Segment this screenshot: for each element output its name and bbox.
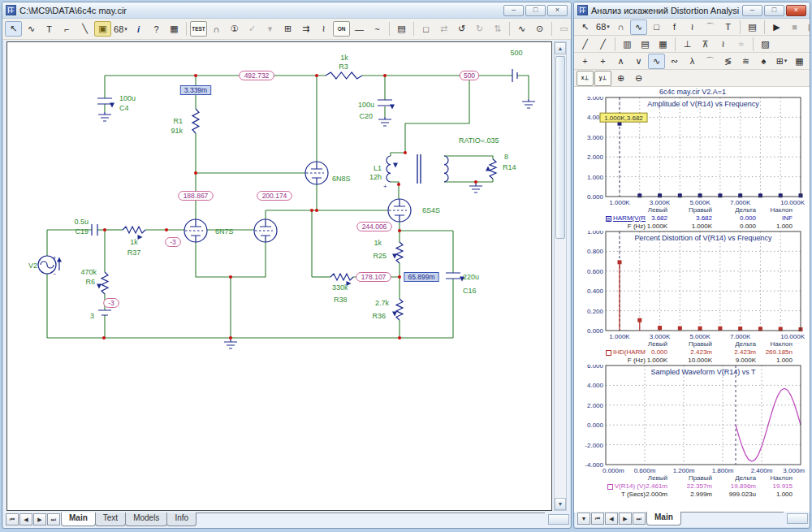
minimize-button[interactable]: – bbox=[503, 5, 524, 16]
analysis-titlebar[interactable]: Анализ искажений Distortion Analysis – □… bbox=[574, 2, 810, 19]
tool-cursor-all[interactable]: ≋ bbox=[737, 54, 754, 69]
tab-nav-last[interactable]: ⏭ bbox=[47, 513, 60, 526]
tool-currents[interactable]: ⇉ bbox=[297, 21, 314, 37]
tool-conditions[interactable]: ON bbox=[333, 21, 350, 37]
tool-pause-button[interactable]: ▮▮ bbox=[804, 19, 810, 35]
tool-node-voltages[interactable]: ✓ bbox=[244, 21, 261, 37]
legend-series-name[interactable]: F (Hz) bbox=[574, 223, 646, 231]
tool-select-area[interactable]: □ bbox=[417, 21, 434, 37]
horizontal-scroll-stub[interactable] bbox=[548, 514, 569, 525]
tab-nav-first[interactable]: ⏮ bbox=[591, 513, 604, 525]
tool-data-points[interactable]: ▨ bbox=[757, 37, 774, 52]
tool-zoom-out[interactable]: ⊖ bbox=[630, 71, 647, 86]
tool-find-component[interactable]: 68▾ bbox=[112, 21, 129, 37]
scroll-down-arrow[interactable]: ▼ bbox=[555, 498, 566, 510]
analysis-plots[interactable]: 6c4c may.cir V2.A=1Amplitude of V(R14) v… bbox=[574, 87, 810, 513]
legend-series-name[interactable]: F (Hz) bbox=[574, 357, 646, 365]
chart-distortion[interactable]: Percent Distortion of V(R14) vs Frequenc… bbox=[574, 231, 810, 365]
tab-text[interactable]: Text bbox=[95, 513, 126, 526]
tool-go-to-branch[interactable]: ⊞▾ bbox=[773, 54, 790, 69]
close-button[interactable]: × bbox=[547, 5, 568, 16]
tool-performance[interactable]: f bbox=[666, 19, 683, 35]
tool-zoom-in[interactable]: ⊕ bbox=[612, 71, 629, 86]
tool-y-axis-cursor[interactable]: y⊥ bbox=[594, 71, 611, 86]
tab-nav-last[interactable]: ⏭ bbox=[633, 513, 646, 525]
tool-tile-windows[interactable]: ▭ bbox=[555, 21, 571, 37]
tool-cursor-right[interactable]: + bbox=[594, 54, 611, 69]
legend-series-name[interactable]: BHARM(V(R bbox=[574, 214, 646, 223]
tool-polyline-tool[interactable]: ╱ bbox=[594, 37, 611, 52]
tool-global-high[interactable]: ⌒ bbox=[702, 54, 719, 69]
tool-scope-mode[interactable]: □ bbox=[648, 19, 665, 35]
tool-full-grid[interactable]: ▦ bbox=[654, 37, 672, 52]
tool-help-mode[interactable]: ? bbox=[148, 21, 165, 37]
tool-diagonal-wire-mode[interactable]: ╲ bbox=[76, 21, 93, 37]
tool-search[interactable]: ⊙ bbox=[531, 21, 548, 37]
tool-inflection[interactable]: λ bbox=[684, 54, 701, 69]
tab-nav-next[interactable]: ▶ bbox=[33, 513, 46, 526]
tab-main[interactable]: Main bbox=[646, 512, 681, 526]
tab-nav-next[interactable]: ▶ bbox=[619, 513, 632, 525]
tool-node-numbers[interactable]: ① bbox=[226, 21, 243, 37]
minimize-button[interactable]: – bbox=[742, 5, 762, 16]
tool-find-waveform[interactable]: ∿ bbox=[513, 21, 530, 37]
tab-info[interactable]: Info bbox=[166, 513, 197, 526]
tool-info-mode[interactable]: i bbox=[130, 21, 147, 37]
tool-wire-mode[interactable]: ⌐ bbox=[58, 21, 76, 37]
tool-text-mode[interactable]: T bbox=[719, 19, 736, 35]
tool-properties[interactable]: ▤ bbox=[393, 21, 410, 37]
schematic-titlebar[interactable]: C:\MC9\DATA\6c4c may.cir – □ × bbox=[2, 2, 571, 19]
horizontal-scroll-stub[interactable] bbox=[787, 513, 808, 524]
plot-distortion[interactable]: Percent Distortion of V(R14) vs Frequenc… bbox=[574, 231, 810, 340]
plot-waveform[interactable]: Sampled Waveform V(R14) vs T-4.000-2.000… bbox=[574, 365, 810, 474]
tool-voltage-options[interactable]: ▾ bbox=[261, 21, 279, 37]
tool-power-display[interactable]: ≀ bbox=[315, 21, 332, 37]
tool-peak[interactable]: ∧ bbox=[612, 54, 629, 69]
tool-find-component[interactable]: 68▾ bbox=[594, 19, 611, 35]
tool-properties[interactable]: ▤ bbox=[744, 19, 761, 35]
tool-x-axis-cursor[interactable]: x⊥ bbox=[577, 71, 594, 86]
tool-test-points[interactable]: TEST bbox=[190, 21, 207, 37]
tool-horizontal-grid[interactable]: ▤ bbox=[637, 37, 654, 52]
tool-high[interactable]: ∿ bbox=[648, 54, 665, 69]
tool-vertical-grid[interactable]: ▥ bbox=[619, 37, 636, 52]
tool-probe-mode[interactable]: ∩ bbox=[612, 19, 629, 35]
tab-nav-first[interactable]: ⏮ bbox=[6, 513, 19, 526]
tool-run-button[interactable]: ▶ bbox=[768, 19, 785, 35]
plot-amplitude[interactable]: Amplitude of V(R14) vs Frequency0.0001.0… bbox=[574, 97, 810, 206]
tool-rotate-cw[interactable]: ↻ bbox=[471, 21, 488, 37]
maximize-button[interactable]: □ bbox=[525, 5, 546, 16]
scroll-up-arrow[interactable]: ▲ bbox=[555, 42, 566, 54]
tool-tag-horizontal[interactable]: ⊼ bbox=[697, 37, 714, 52]
tool-branch-mode[interactable]: ≀ bbox=[684, 19, 701, 35]
tool-select-mode[interactable]: ↖ bbox=[577, 19, 594, 35]
schematic-canvas[interactable]: ++−100uC4R191k1kR3100uC20500L112hRATIO=.… bbox=[6, 41, 552, 511]
tool-global-low[interactable]: ≶ bbox=[719, 54, 736, 69]
tool-stop-button[interactable]: ■ bbox=[786, 19, 803, 35]
tool-rotate-ccw[interactable]: ↺ bbox=[453, 21, 470, 37]
tool-valley[interactable]: ∨ bbox=[630, 54, 647, 69]
tool-distortion-waveforms[interactable]: ∿ bbox=[630, 19, 647, 35]
tool-flip[interactable]: ⇅ bbox=[489, 21, 506, 37]
schematic-vscrollbar[interactable]: ▲ ▼ bbox=[554, 41, 567, 511]
tool-select-mode[interactable]: ↖ bbox=[5, 21, 22, 37]
tab-nav-drop[interactable]: ▼ bbox=[577, 513, 590, 525]
tool-part-values[interactable]: ⊞ bbox=[279, 21, 296, 37]
schematic-drawing[interactable]: ++−100uC4R191k1kR3100uC20500L112hRATIO=.… bbox=[7, 42, 551, 510]
close-button[interactable]: × bbox=[786, 5, 806, 16]
tool-cursor-left[interactable]: + bbox=[577, 54, 594, 69]
chart-waveform[interactable]: Sampled Waveform V(R14) vs T-4.000-2.000… bbox=[574, 365, 810, 499]
legend-series-name[interactable]: IHD(HARM bbox=[574, 348, 646, 357]
tool-source-wave-mode[interactable]: ∿ bbox=[23, 21, 40, 37]
tool-low[interactable]: ∾ bbox=[666, 54, 683, 69]
tool-smoothing[interactable]: ≈ bbox=[732, 37, 749, 52]
scroll-thumb[interactable] bbox=[555, 56, 565, 239]
tool-tag-segment[interactable]: ≀ bbox=[715, 37, 732, 52]
tool-mirror[interactable]: ⇄ bbox=[435, 21, 452, 37]
tab-models[interactable]: Models bbox=[125, 513, 167, 526]
tool-animate-mode[interactable]: ∩ bbox=[208, 21, 225, 37]
tool-line-tool[interactable]: ╱ bbox=[577, 37, 594, 52]
tool-text-mode[interactable]: T bbox=[41, 21, 58, 37]
tool-numeric-output[interactable]: ▦ bbox=[791, 54, 808, 69]
tab-main[interactable]: Main bbox=[61, 513, 96, 526]
